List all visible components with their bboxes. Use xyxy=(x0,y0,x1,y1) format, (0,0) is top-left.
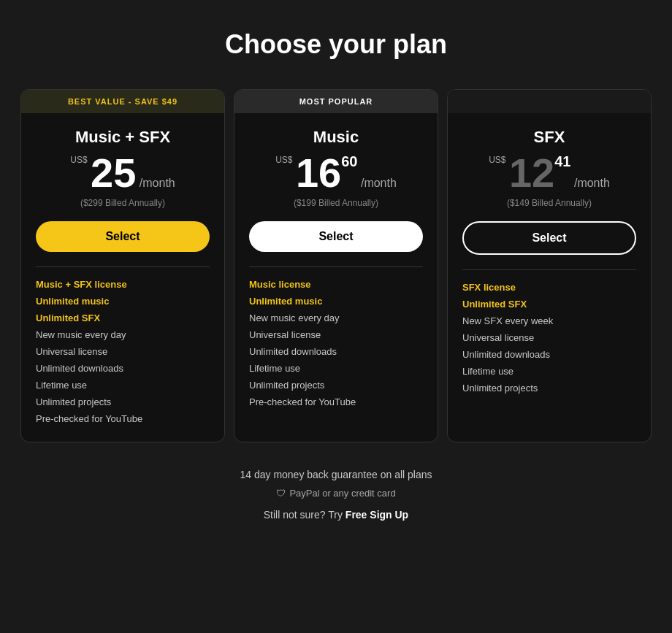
feature-item: Music license xyxy=(249,279,423,290)
feature-item: New SFX every week xyxy=(462,315,636,326)
price-main: 25 xyxy=(91,150,136,196)
feature-item: Lifetime use xyxy=(36,380,210,391)
price-area: US$ 25 /month xyxy=(36,153,210,193)
payment-methods: 🛡 PayPal or any credit card xyxy=(240,488,432,499)
feature-item: Unlimited music xyxy=(249,296,423,307)
feature-item: Lifetime use xyxy=(462,366,636,377)
feature-item: Universal license xyxy=(462,332,636,343)
feature-item: Unlimited downloads xyxy=(249,346,423,357)
shield-icon: 🛡 xyxy=(276,488,286,499)
feature-item: Unlimited SFX xyxy=(462,299,636,310)
feature-item: Lifetime use xyxy=(249,363,423,374)
feature-list: Music licenseUnlimited musicNew music ev… xyxy=(249,279,423,407)
feature-item: Unlimited projects xyxy=(36,396,210,407)
feature-item: Unlimited music xyxy=(36,296,210,307)
free-signup-link[interactable]: Free Sign Up xyxy=(345,509,408,521)
plan-card-sfx: SFX US$ 1241 /month ($149 Billed Annuall… xyxy=(447,89,652,442)
billed-note: ($199 Billed Annually) xyxy=(249,198,423,208)
price-currency: US$ xyxy=(70,155,87,165)
feature-item: Universal license xyxy=(249,329,423,340)
plan-card-music-sfx: BEST VALUE - SAVE $49 Music + SFX US$ 25… xyxy=(20,89,225,442)
price-period: /month xyxy=(140,177,175,189)
feature-item: Unlimited SFX xyxy=(36,312,210,323)
badge-most-popular: MOST POPULAR xyxy=(234,90,438,113)
price-period: /month xyxy=(361,177,397,189)
plans-container: BEST VALUE - SAVE $49 Music + SFX US$ 25… xyxy=(15,89,657,442)
feature-item: Pre-checked for YouTube xyxy=(249,396,423,407)
divider xyxy=(36,266,210,267)
price-period: /month xyxy=(574,177,610,189)
price-area: US$ 1241 /month xyxy=(462,153,636,193)
plan-body: SFX US$ 1241 /month ($149 Billed Annuall… xyxy=(448,113,651,442)
feature-list: Music + SFX licenseUnlimited musicUnlimi… xyxy=(36,279,210,424)
select-button-music[interactable]: Select xyxy=(249,221,423,252)
badge-placeholder xyxy=(448,90,651,113)
free-signup-area: Still not sure? Try Free Sign Up xyxy=(240,509,432,521)
plan-body: Music US$ 1660 /month ($199 Billed Annua… xyxy=(234,113,438,442)
feature-item: New music every day xyxy=(249,312,423,323)
feature-item: SFX license xyxy=(462,282,636,293)
feature-item: New music every day xyxy=(36,329,210,340)
feature-item: Music + SFX license xyxy=(36,279,210,290)
plan-body: Music + SFX US$ 25 /month ($299 Billed A… xyxy=(21,113,224,442)
feature-item: Unlimited projects xyxy=(462,383,636,394)
payment-text: PayPal or any credit card xyxy=(289,488,395,499)
badge-best-value: BEST VALUE - SAVE $49 xyxy=(21,90,224,113)
divider xyxy=(249,266,423,267)
billed-note: ($299 Billed Annually) xyxy=(36,198,210,208)
feature-item: Pre-checked for YouTube xyxy=(36,413,210,424)
money-back-text: 14 day money back guarantee on all plans xyxy=(240,469,432,480)
feature-list: SFX licenseUnlimited SFXNew SFX every we… xyxy=(462,282,636,394)
divider xyxy=(462,269,636,270)
price-main: 12 xyxy=(509,150,554,196)
price-area: US$ 1660 /month xyxy=(249,153,423,193)
billed-note: ($149 Billed Annually) xyxy=(462,198,636,208)
price-cents: 41 xyxy=(554,153,570,169)
page-title: Choose your plan xyxy=(225,29,447,60)
feature-item: Unlimited downloads xyxy=(36,363,210,374)
price-cents: 60 xyxy=(341,153,357,169)
feature-item: Unlimited projects xyxy=(249,380,423,391)
select-button-sfx[interactable]: Select xyxy=(462,221,636,255)
footer-area: 14 day money back guarantee on all plans… xyxy=(240,469,432,521)
plan-name: SFX xyxy=(462,128,636,147)
select-button-music-sfx[interactable]: Select xyxy=(36,221,210,252)
price-main: 16 xyxy=(296,150,341,196)
price-currency: US$ xyxy=(489,155,505,165)
plan-name: Music + SFX xyxy=(36,128,210,147)
free-signup-prefix: Still not sure? Try xyxy=(264,509,345,521)
feature-item: Universal license xyxy=(36,346,210,357)
plan-card-music: MOST POPULAR Music US$ 1660 /month ($199… xyxy=(234,89,438,442)
price-currency: US$ xyxy=(275,155,292,165)
feature-item: Unlimited downloads xyxy=(462,349,636,360)
plan-name: Music xyxy=(249,128,423,147)
